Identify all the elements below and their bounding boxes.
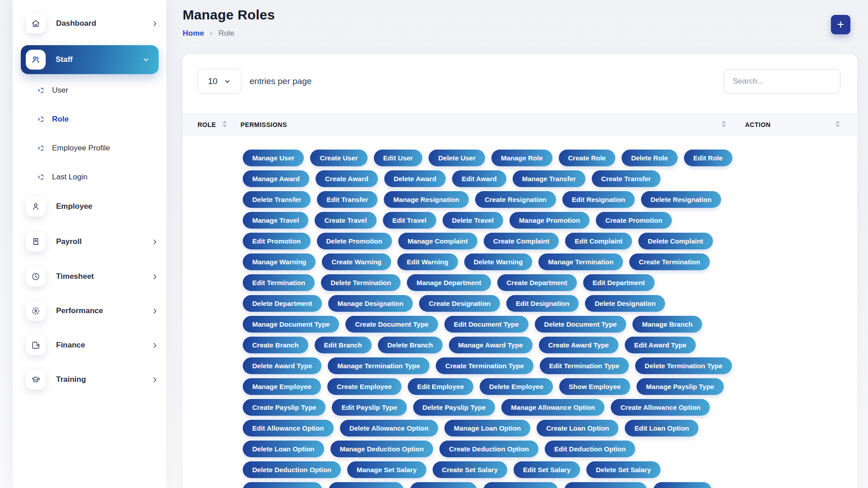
home-icon <box>26 14 46 33</box>
permission-badge: Manage Promotion <box>509 212 590 229</box>
permission-badge: Edit Allowance Option <box>243 420 334 436</box>
sort-icon[interactable] <box>835 121 840 127</box>
dashed-circle-icon <box>38 88 44 93</box>
sidebar-item-dashboard[interactable]: Dashboard <box>26 14 158 33</box>
permission-badge: Edit Department <box>583 274 655 291</box>
sidebar-item-last-login[interactable]: Last Login <box>13 163 166 192</box>
permission-badge: Create User <box>310 150 367 166</box>
permission-badge: Delete Allowance Option <box>340 420 438 436</box>
permission-badge: Manage Role <box>491 150 552 166</box>
permission-badge: Manage Travel <box>243 212 308 229</box>
permission-badge: Create Termination <box>629 253 710 270</box>
permission-badge: Manage Loan Option <box>444 420 530 436</box>
permission-badge: Edit Designation <box>506 295 579 312</box>
permission-badge: Edit Resignation <box>562 191 635 208</box>
sidebar-item-performance[interactable]: Performance <box>26 301 158 321</box>
permission-badge: Delete Award Type <box>243 357 321 374</box>
permission-badge: Create Award <box>316 170 378 187</box>
sidebar-item-label: Timesheet <box>56 272 94 281</box>
permission-badge: Create Designation <box>419 295 500 312</box>
wallet-icon <box>26 335 46 355</box>
permission-badge: Manage Designation <box>328 295 413 312</box>
permission-badge: Create Promotion <box>596 212 672 229</box>
sidebar-item-training[interactable]: Training <box>26 370 158 389</box>
sidebar-item-timesheet[interactable]: Timesheet <box>26 267 158 286</box>
chevron-right-icon <box>151 376 158 383</box>
sort-icon[interactable] <box>222 121 227 127</box>
column-header-role[interactable]: ROLE <box>198 113 216 136</box>
entries-select-value: 10 <box>208 76 217 86</box>
entries-per-page-label: entries per page <box>250 69 311 94</box>
permissions-cell: Manage UserCreate UserEdit UserDelete Us… <box>243 150 733 488</box>
permission-badge: Delete Complaint <box>638 233 713 249</box>
permission-badge: Delete Travel <box>443 212 504 229</box>
manage-roles-page: { "sidebar": { "items": [ { "label": "Da… <box>0 0 868 488</box>
sidebar-item-finance[interactable]: Finance <box>26 335 158 355</box>
sort-icon[interactable] <box>722 121 726 127</box>
permission-badge: Manage Termination <box>538 253 623 270</box>
column-header-action[interactable]: ACTION <box>745 113 771 136</box>
column-header-permissions[interactable]: PERMISSIONS <box>241 113 287 136</box>
permission-badge: Edit Warning <box>397 253 458 270</box>
permission-badge: Delete Department <box>243 295 322 312</box>
sidebar-item-staff[interactable]: Staff <box>21 45 159 74</box>
sidebar-item-employee-profile[interactable]: Employee Profile <box>13 134 166 163</box>
chevron-down-icon <box>142 56 150 63</box>
permission-badge: Manage Branch <box>632 316 702 333</box>
clock-icon <box>26 267 46 286</box>
sidebar-item-label: Finance <box>56 341 85 350</box>
permission-badge: Manage Termination Type <box>328 357 429 374</box>
sidebar-item-label: Performance <box>56 306 103 315</box>
permission-badge: Manage Award Type <box>449 337 533 353</box>
entries-per-page-select[interactable]: 10 <box>198 69 241 94</box>
receipt-icon <box>26 232 46 252</box>
permission-badge: Create Loan <box>653 482 712 488</box>
chevron-right-icon <box>151 342 158 349</box>
permission-badge: Create Role <box>559 150 615 166</box>
permission-badge: Create Complaint <box>484 233 559 249</box>
permission-badge: Create Termination Type <box>436 357 533 374</box>
permission-badge: Manage Warning <box>243 253 316 270</box>
sidebar-item-payroll[interactable]: Payroll <box>26 232 158 252</box>
sidebar-item-label: Last Login <box>52 173 87 182</box>
sidebar-item-label: Payroll <box>56 237 82 246</box>
permission-badge: Delete Set Salary <box>586 461 660 478</box>
permission-badge: Manage Complaint <box>398 233 477 249</box>
permission-badge: Delete Loan Option <box>243 441 324 457</box>
permission-badge: Edit Promotion <box>243 233 311 249</box>
breadcrumb-home-link[interactable]: Home <box>183 29 204 38</box>
permission-badge: Edit Branch <box>315 337 372 353</box>
permission-badge: Edit Termination Type <box>540 357 629 374</box>
permission-badge: Edit Deduction Option <box>545 441 635 457</box>
permission-badge: Delete Allowance <box>483 482 558 488</box>
dashed-circle-icon <box>38 117 44 122</box>
sidebar-item-label: User <box>52 86 68 95</box>
add-role-button[interactable]: + <box>831 15 850 34</box>
permission-badge: Create Allowance <box>329 482 404 488</box>
sidebar-item-label: Role <box>52 115 69 124</box>
permission-badge: Edit Complaint <box>565 233 632 249</box>
permission-badge: Create Document Type <box>345 316 438 333</box>
sidebar-item-label: Employee <box>56 202 92 211</box>
graduation-cap-icon <box>26 370 46 389</box>
permission-badge: Delete Branch <box>378 337 443 353</box>
chevron-right-icon <box>151 273 158 280</box>
sidebar-item-label: Training <box>56 375 86 384</box>
search-input[interactable] <box>724 69 840 94</box>
chevron-down-icon <box>224 78 231 85</box>
permission-badge: Delete Award <box>384 170 446 187</box>
breadcrumb-separator-icon: › <box>210 28 212 38</box>
permission-badge: Create Branch <box>243 337 308 353</box>
sidebar-item-employee[interactable]: Employee <box>26 197 158 216</box>
permission-badge: Delete Termination Type <box>635 357 732 374</box>
sidebar-item-user[interactable]: User <box>13 76 166 105</box>
permission-badge: Edit Allowance <box>410 482 477 488</box>
target-icon <box>26 301 46 321</box>
permission-badge: Delete Payslip Type <box>413 399 495 416</box>
sidebar-item-role[interactable]: Role <box>13 105 166 134</box>
chevron-right-icon <box>151 308 158 314</box>
permission-badge: Delete Warning <box>464 253 533 270</box>
permission-badge: Manage Set Salary <box>347 461 426 478</box>
permission-badge: Delete Deduction Option <box>243 461 341 478</box>
permission-badge: Create Loan Option <box>537 420 618 436</box>
